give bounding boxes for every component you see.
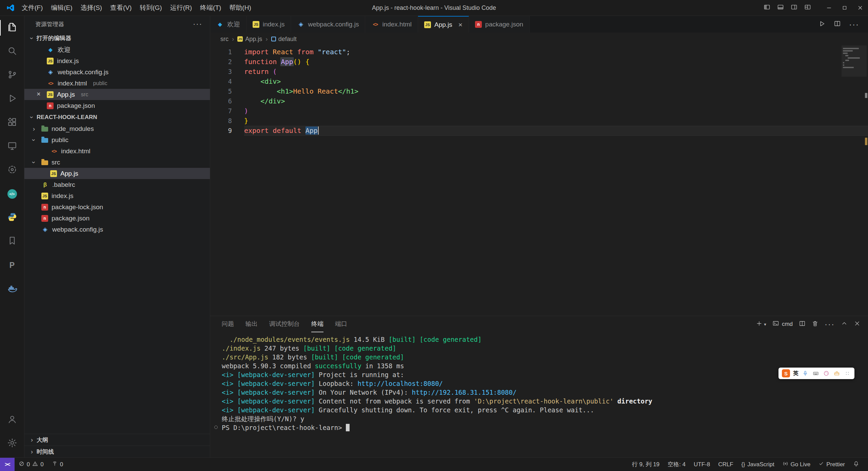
open-editor-webpack-config-js[interactable]: ◈webpack.config.js <box>24 66 210 78</box>
activity-python[interactable] <box>0 206 24 230</box>
code-line-7[interactable]: ) <box>244 106 868 116</box>
keyboard-icon[interactable] <box>812 370 820 377</box>
open-editor-index-js[interactable]: JSindex.js <box>24 55 210 66</box>
close-window-button[interactable] <box>852 0 868 16</box>
toolbox-icon[interactable] <box>833 370 841 377</box>
split-terminal-icon[interactable] <box>799 320 806 328</box>
editor-tab-webpack-config-js[interactable]: ◈webpack.config.js <box>291 16 365 33</box>
line-number[interactable]: 9 <box>210 126 244 136</box>
breadcrumb-item-symbol[interactable]: default <box>271 36 297 43</box>
tree-item-node-modules[interactable]: ›node_modules <box>24 123 210 134</box>
activity-bookmarks[interactable] <box>0 230 24 253</box>
editor-more-actions-icon[interactable]: ··· <box>849 20 859 29</box>
code-line-5[interactable]: <h1>Hello React</h1> <box>244 86 868 96</box>
activity-project-manager[interactable]: P <box>0 253 24 277</box>
maximize-panel-icon[interactable] <box>841 320 848 328</box>
split-editor-icon[interactable] <box>834 20 841 28</box>
tree-item-package-lock-json[interactable]: ›npackage-lock.json <box>24 201 210 213</box>
code-line-9[interactable]: export default App <box>244 126 868 136</box>
editor-tab-index-html[interactable]: <>index.html <box>365 16 418 33</box>
line-number[interactable]: 4 <box>210 77 244 86</box>
toggle-sidebar-icon[interactable] <box>764 4 770 12</box>
activity-search[interactable] <box>0 40 24 63</box>
go-live-button[interactable]: Go Live <box>778 458 815 471</box>
activity-explorer[interactable] <box>0 16 24 40</box>
prettier-status[interactable]: Prettier <box>814 458 849 471</box>
remote-indicator[interactable]: >< <box>0 458 15 471</box>
panel-tab-item[interactable]: 终端 <box>311 316 323 332</box>
activity-remote-explorer[interactable] <box>0 135 24 158</box>
activity-source-control[interactable] <box>0 63 24 87</box>
close-tab-icon[interactable]: × <box>458 21 462 29</box>
tree-item-babelrc[interactable]: ›β.babelrc <box>24 179 210 190</box>
code-line-6[interactable]: </div> <box>244 96 868 106</box>
activity-docker[interactable] <box>0 277 24 301</box>
minimap[interactable] <box>843 47 862 69</box>
open-editor-index-html[interactable]: <>index.htmlpublic <box>24 78 210 89</box>
tree-item-app-js[interactable]: ›JSApp.js <box>24 168 210 179</box>
line-number[interactable]: 8 <box>210 116 244 126</box>
activity-ai-assistant[interactable]: </> <box>0 182 24 206</box>
sogou-logo[interactable]: S <box>782 369 790 377</box>
project-section-header[interactable]: › REACT-HOOK-LEARN <box>24 111 210 123</box>
editor[interactable]: 123456789 import React from "react";func… <box>210 45 868 316</box>
breadcrumb-item-file[interactable]: JS App.js <box>237 36 262 43</box>
tree-item-index-js[interactable]: ›JSindex.js <box>24 190 210 201</box>
panel-tab-item[interactable]: 调试控制台 <box>269 316 300 332</box>
close-editor-icon[interactable]: × <box>37 90 41 98</box>
panel-tab-item[interactable]: 端口 <box>335 316 347 332</box>
run-code-icon[interactable] <box>818 20 826 29</box>
toggle-secondary-sidebar-icon[interactable] <box>791 4 797 12</box>
ports-indicator[interactable]: 0 <box>48 458 67 471</box>
terminal[interactable]: ./node_modules/events/events.js 14.5 KiB… <box>210 332 868 457</box>
menu-item-r[interactable]: 运行(R) <box>166 0 196 16</box>
timeline-section-header[interactable]: › 时间线 <box>24 446 210 457</box>
tree-item-webpack-config-js[interactable]: ›◈webpack.config.js <box>24 224 210 235</box>
ime-language-toggle[interactable]: 英 <box>793 370 798 377</box>
menu-item-h[interactable]: 帮助(H) <box>225 0 255 16</box>
terminal-link[interactable]: http://localhost:8080/ <box>357 380 443 387</box>
skin-palette-icon[interactable] <box>823 370 830 377</box>
activity-extensions[interactable] <box>0 111 24 135</box>
tree-item-src[interactable]: ›src <box>24 157 210 168</box>
open-editor-app-js[interactable]: ×JSApp.jssrc <box>24 89 210 100</box>
code-line-4[interactable]: <div> <box>244 77 868 86</box>
open-editors-section-header[interactable]: › 打开的编辑器 <box>24 32 210 44</box>
problems-indicator[interactable]: 0 0 <box>15 458 48 471</box>
kill-terminal-icon[interactable] <box>812 320 818 328</box>
encoding[interactable]: UTF-8 <box>690 458 714 471</box>
activity-manage[interactable] <box>0 432 24 455</box>
code-line-2[interactable]: function App() { <box>244 57 868 67</box>
tree-item-index-html[interactable]: ›<>index.html <box>24 145 210 157</box>
outline-section-header[interactable]: › 大纲 <box>24 434 210 446</box>
panel-more-actions-icon[interactable]: ··· <box>825 319 835 329</box>
terminal-profile[interactable]: cmd <box>772 320 793 328</box>
open-editor-package-json[interactable]: npackage.json <box>24 100 210 111</box>
open-editor-item[interactable]: ◆欢迎 <box>24 44 210 55</box>
menu-item-v[interactable]: 查看(V) <box>106 0 136 16</box>
activity-run-and-debug[interactable] <box>0 87 24 111</box>
close-panel-icon[interactable] <box>854 320 861 328</box>
editor-tab-package-json[interactable]: npackage.json <box>469 16 530 33</box>
menu-item-f[interactable]: 文件(F) <box>18 0 47 16</box>
terminal-link[interactable]: http://192.168.31.151:8080/ <box>412 389 517 396</box>
menu-item-t[interactable]: 终端(T) <box>196 0 225 16</box>
menu-item-g[interactable]: 转到(G) <box>136 0 166 16</box>
maximize-button[interactable] <box>837 0 852 16</box>
line-number[interactable]: 7 <box>210 106 244 116</box>
explorer-more-actions-icon[interactable]: ··· <box>193 20 202 28</box>
editor-tab-item[interactable]: ◆欢迎 <box>210 16 246 33</box>
code-line-8[interactable]: } <box>244 116 868 126</box>
language-mode[interactable]: {} JavaScript <box>737 458 778 471</box>
new-terminal-dropdown[interactable]: ▾ <box>756 320 766 328</box>
line-number[interactable]: 3 <box>210 67 244 77</box>
notifications-bell[interactable] <box>849 458 863 471</box>
editor-tab-index-js[interactable]: JSindex.js <box>246 16 291 33</box>
tree-item-package-json[interactable]: ›npackage.json <box>24 213 210 224</box>
more-grid-icon[interactable] <box>844 370 851 377</box>
breadcrumb-item-folder[interactable]: src <box>220 36 229 43</box>
panel-tab-item[interactable]: 输出 <box>245 316 258 332</box>
toggle-panel-icon[interactable] <box>777 4 784 12</box>
code-line-1[interactable]: import React from "react"; <box>244 47 868 57</box>
activity-remote-tunnels[interactable] <box>0 158 24 182</box>
